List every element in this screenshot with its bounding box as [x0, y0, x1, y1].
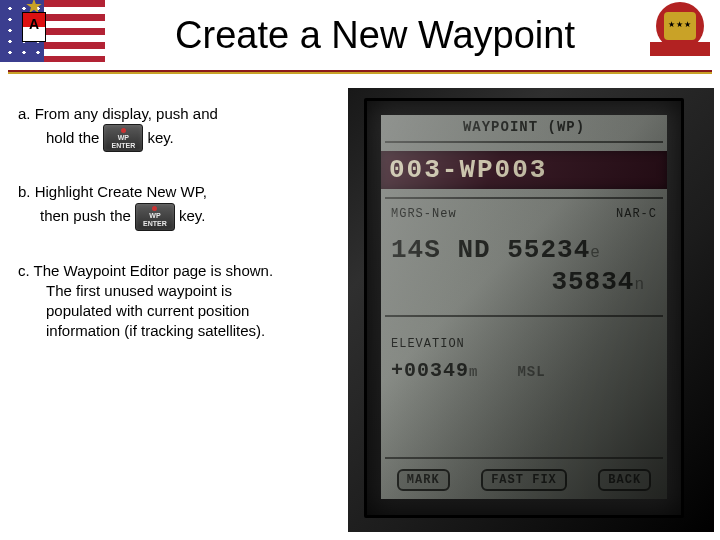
- elevation-value-row: +00349m MSL: [381, 359, 667, 382]
- elevation-value: +00349: [391, 359, 469, 382]
- coord-unit-1: e: [590, 244, 601, 262]
- key-bottom-label: ENTER: [143, 220, 167, 227]
- step-b-then: then push the: [40, 206, 131, 226]
- step-c-l4: information (if tracking satellites).: [46, 322, 265, 339]
- step-c-l3: populated with current position: [46, 302, 249, 319]
- instruction-text: a. From any display, push and hold the W…: [18, 104, 348, 372]
- softkey-back: BACK: [598, 469, 651, 491]
- enter-key-icon: WP ENTER: [103, 124, 143, 152]
- step-b-post: key.: [179, 206, 205, 226]
- step-c-l1: c. The Waypoint Editor page is shown.: [18, 262, 273, 279]
- softkey-row: MARK FAST FIX BACK: [381, 469, 667, 491]
- step-a-line1: a. From any display, push and: [18, 104, 218, 124]
- step-c-l2: The first unused waypoint is: [46, 282, 232, 299]
- elevation-unit: m: [469, 364, 478, 380]
- step-a: a. From any display, push and hold the W…: [18, 104, 348, 152]
- slide: ★ A ★★★ Create a New Waypoint a. From an…: [0, 0, 720, 540]
- key-top-label: WP: [149, 212, 160, 219]
- softkey-fastfix: FAST FIX: [481, 469, 567, 491]
- unit-insignia-left: ★ A: [16, 4, 52, 52]
- badge-ribbon-icon: [650, 42, 710, 56]
- datum: NAR-C: [381, 207, 657, 221]
- coord-line-1: 14S ND 55234e: [381, 235, 667, 265]
- unit-insignia-right: ★★★: [650, 2, 710, 58]
- title-underline: [8, 70, 712, 74]
- enter-key-icon: WP ENTER: [135, 203, 175, 231]
- waypoint-id: 003-WP003: [381, 151, 667, 189]
- key-top-label: WP: [118, 134, 129, 141]
- coord-line-2: 35834n: [381, 267, 667, 297]
- page-title: Create a New Waypoint: [110, 14, 640, 57]
- divider: [385, 197, 663, 199]
- divider: [385, 141, 663, 143]
- coord-value-2: 35834: [551, 267, 634, 297]
- step-b: b. Highlight Create New WP, then push th…: [18, 182, 348, 230]
- elevation-label: ELEVATION: [391, 337, 667, 351]
- divider: [385, 315, 663, 317]
- softkey-mark: MARK: [397, 469, 450, 491]
- key-bottom-label: ENTER: [112, 142, 136, 149]
- step-a-post: key.: [147, 128, 173, 148]
- insignia-letter: A: [16, 16, 52, 32]
- coord-unit-2: n: [634, 276, 645, 294]
- badge-stars-icon: ★★★: [650, 20, 710, 29]
- elevation-ref: MSL: [517, 364, 545, 380]
- gps-device-photo: WAYPOINT (WP) 003-WP003 MGRS-New NAR-C 1…: [348, 88, 714, 532]
- step-c: c. The Waypoint Editor page is shown. Th…: [18, 261, 348, 342]
- device-bezel: WAYPOINT (WP) 003-WP003 MGRS-New NAR-C 1…: [364, 98, 684, 518]
- coord-value-1: 14S ND 55234: [391, 235, 590, 265]
- device-screen: WAYPOINT (WP) 003-WP003 MGRS-New NAR-C 1…: [381, 115, 667, 499]
- step-b-line1: b. Highlight Create New WP,: [18, 182, 207, 202]
- screen-title: WAYPOINT (WP): [381, 119, 667, 135]
- step-a-hold: hold the: [46, 128, 99, 148]
- divider: [385, 457, 663, 459]
